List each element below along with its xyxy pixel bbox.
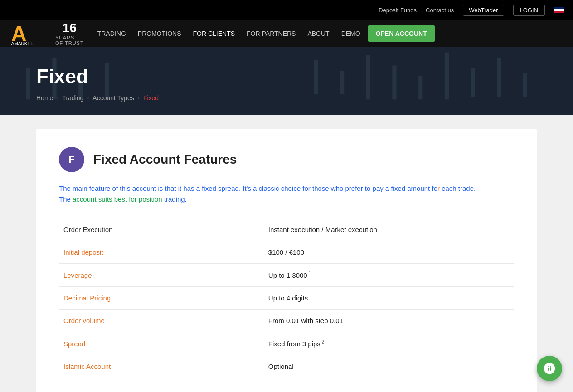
logo-area: A AMARKETS Your online broker [9,21,34,46]
years-text: YEARSOF TRUST [55,35,84,46]
card-description: The main feature of this account is that… [59,183,514,205]
features-table: Order ExecutionInstant execution / Marke… [59,218,514,377]
breadcrumb-current: Fixed [143,94,159,102]
amarkets-logo-icon: A AMARKETS Your online broker [9,21,34,46]
years-trust-badge: 16 YEARSOF TRUST [55,21,84,46]
feature-label: Leverage [59,264,264,287]
feature-value: $100 / €100 [264,241,514,264]
feature-value: Fixed from 3 pips 2 [264,332,514,355]
nav-trading[interactable]: TRADING [93,26,131,41]
feature-label: Initial deposit [59,241,264,264]
nav-links: TRADING PROMOTIONS FOR CLIENTS FOR PARTN… [93,25,564,42]
content-wrapper: F Fixed Account Features The main featur… [0,115,573,392]
page-title: Fixed [36,65,537,88]
open-account-button[interactable]: OPEN ACCOUNT [368,25,435,42]
login-button[interactable]: LOGIN [513,5,545,16]
desc-part5: trading. [164,195,187,203]
desc-part1: The main feature of this account is that… [59,184,437,192]
breadcrumb-trading[interactable]: Trading [62,94,83,102]
card-icon-badge: F [59,147,84,172]
feature-label: Order volume [59,310,264,332]
table-row: LeverageUp to 1:3000 1 [59,264,514,287]
svg-text:?: ? [547,365,551,372]
card-icon-letter: F [68,154,74,165]
feature-value: Optional [264,355,514,378]
feature-label: Spread [59,332,264,355]
feature-value: Up to 1:3000 1 [264,264,514,287]
language-flag-icon[interactable] [554,7,564,13]
card-header: F Fixed Account Features [59,147,514,172]
top-bar: Deposit Funds Contact us WebTrader LOGIN [0,0,573,20]
nav-promotions[interactable]: PROMOTIONS [133,26,186,41]
deposit-funds-link[interactable]: Deposit Funds [379,7,417,14]
table-row: Initial deposit$100 / €100 [59,241,514,264]
table-row: Islamic AccountOptional [59,355,514,378]
card-title: Fixed Account Features [93,152,237,167]
desc-part4: account suits best for position [73,195,162,203]
svg-text:AMARKETS: AMARKETS [11,41,34,46]
table-row: SpreadFixed from 3 pips 2 [59,332,514,355]
main-navigation: A AMARKETS Your online broker 16 YEARSOF… [0,20,573,47]
nav-about[interactable]: ABOUT [303,26,334,41]
chat-icon: ? [543,362,556,375]
nav-for-clients[interactable]: FOR CLIENTS [188,26,239,41]
content-card: F Fixed Account Features The main featur… [36,129,537,392]
feature-value: Up to 4 digits [264,287,514,310]
breadcrumb-sep-3: › [138,95,140,101]
feature-label: Decimal Pricing [59,287,264,310]
nav-divider [47,24,47,43]
breadcrumb: Home › Trading › Account Types › Fixed [36,94,537,102]
breadcrumb-sep-2: › [87,95,89,101]
hero-section: Fixed Home › Trading › Account Types › F… [0,47,573,115]
table-row: Order volumeFrom 0.01 with step 0.01 [59,310,514,332]
breadcrumb-account-types[interactable]: Account Types [92,94,134,102]
demo-button[interactable]: DEMO [337,26,365,41]
webtrader-button[interactable]: WebTrader [463,5,504,16]
feature-value: From 0.01 with step 0.01 [264,310,514,332]
years-number: 16 [63,21,77,35]
feature-value: Instant execution / Market execution [264,218,514,241]
contact-us-link[interactable]: Contact us [426,7,454,14]
table-row: Decimal PricingUp to 4 digits [59,287,514,310]
feature-label: Order Execution [59,218,264,241]
breadcrumb-home[interactable]: Home [36,94,53,102]
feature-label: Islamic Account [59,355,264,378]
nav-for-partners[interactable]: FOR PARTNERS [242,26,300,41]
chat-button[interactable]: ? [537,356,562,381]
breadcrumb-sep-1: › [57,95,58,101]
table-row: Order ExecutionInstant execution / Marke… [59,218,514,241]
